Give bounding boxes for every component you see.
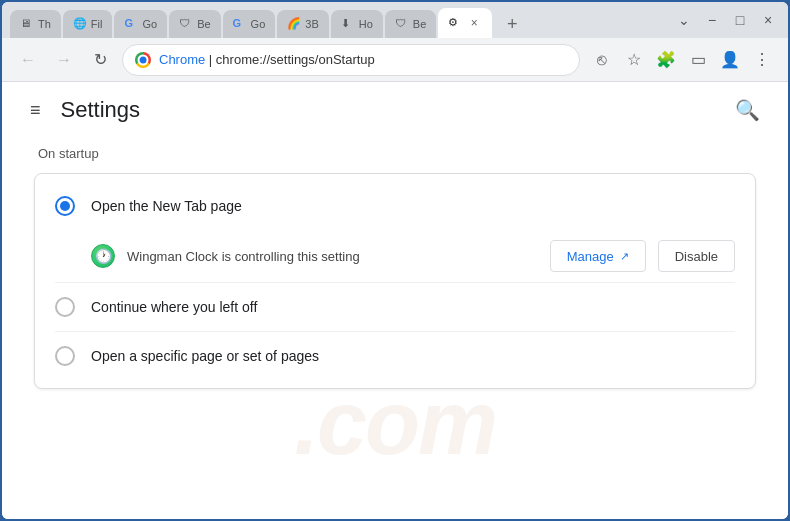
tab-6[interactable]: 🌈 3B <box>277 10 328 38</box>
tab-2[interactable]: 🌐 Fil <box>63 10 113 38</box>
tab-2-label: Fil <box>91 18 103 30</box>
maximize-button[interactable]: □ <box>728 8 752 32</box>
site-security-icon <box>135 52 151 68</box>
settings-tab-icon: ⚙ <box>448 16 462 30</box>
radio-new-tab[interactable] <box>55 196 75 216</box>
tab-3-label: Go <box>142 18 157 30</box>
options-card: Open the New Tab page Wingman Clock is c… <box>34 173 756 389</box>
close-button[interactable]: × <box>756 8 780 32</box>
radio-specific-page[interactable] <box>55 346 75 366</box>
settings-search-icon[interactable]: 🔍 <box>731 94 764 126</box>
tab-7[interactable]: ⬇ Ho <box>331 10 383 38</box>
settings-header: ≡ Settings 🔍 <box>2 82 788 138</box>
back-button[interactable]: ← <box>14 46 42 74</box>
tab-5[interactable]: G Go <box>223 10 276 38</box>
tab-1-label: Th <box>38 18 51 30</box>
share-icon[interactable]: ⎋ <box>588 46 616 74</box>
extension-notice-text: Wingman Clock is controlling this settin… <box>127 249 538 264</box>
tab-8[interactable]: 🛡 Be <box>385 10 436 38</box>
tab-4-icon: 🛡 <box>179 17 193 31</box>
split-view-icon[interactable]: ▭ <box>684 46 712 74</box>
extensions-icon[interactable]: 🧩 <box>652 46 680 74</box>
tab-5-icon: G <box>233 17 247 31</box>
radio-continue[interactable] <box>55 297 75 317</box>
tab-4-label: Be <box>197 18 210 30</box>
title-bar: 🖥 Th 🌐 Fil G Go 🛡 Be G Go 🌈 3B <box>2 2 788 38</box>
section-title: On startup <box>34 146 756 161</box>
tab-4[interactable]: 🛡 Be <box>169 10 220 38</box>
option-continue-row[interactable]: Continue where you left off <box>35 283 755 331</box>
disable-label: Disable <box>675 249 718 264</box>
new-tab-button[interactable]: + <box>498 10 526 38</box>
tab-6-label: 3B <box>305 18 318 30</box>
browser-window: 🖥 Th 🌐 Fil G Go 🛡 Be G Go 🌈 3B <box>0 0 790 521</box>
address-bar[interactable]: Chrome | chrome://settings/onStartup <box>122 44 580 76</box>
address-brand: Chrome | chrome://settings/onStartup <box>159 52 375 67</box>
extension-notice-row: Wingman Clock is controlling this settin… <box>35 230 755 282</box>
tab-8-icon: 🛡 <box>395 17 409 31</box>
wingman-clock-icon <box>91 244 115 268</box>
settings-content: On startup Open the New Tab page Wingman… <box>2 138 788 519</box>
option-specific-page-label: Open a specific page or set of pages <box>91 348 319 364</box>
tab-6-icon: 🌈 <box>287 17 301 31</box>
tab-1-icon: 🖥 <box>20 17 34 31</box>
tab-5-label: Go <box>251 18 266 30</box>
address-bar-row: ← → ↻ Chrome | chrome://settings/onStart… <box>2 38 788 82</box>
radio-new-tab-inner <box>60 201 70 211</box>
tab-7-label: Ho <box>359 18 373 30</box>
tab-7-icon: ⬇ <box>341 17 355 31</box>
option-specific-page-row[interactable]: Open a specific page or set of pages <box>35 332 755 380</box>
hamburger-menu-icon[interactable]: ≡ <box>26 96 45 125</box>
settings-title: Settings <box>61 97 141 123</box>
manage-button[interactable]: Manage ↗ <box>550 240 646 272</box>
bookmark-icon[interactable]: ☆ <box>620 46 648 74</box>
tab-close-button[interactable]: × <box>466 15 482 31</box>
forward-button[interactable]: → <box>50 46 78 74</box>
option-continue-label: Continue where you left off <box>91 299 257 315</box>
toolbar-icons: ⎋ ☆ 🧩 ▭ 👤 ⋮ <box>588 46 776 74</box>
manage-label: Manage <box>567 249 614 264</box>
tab-3[interactable]: G Go <box>114 10 167 38</box>
tab-3-icon: G <box>124 17 138 31</box>
window-controls: ⌄ − □ × <box>672 8 780 32</box>
tabs-area: 🖥 Th 🌐 Fil G Go 🛡 Be G Go 🌈 3B <box>10 2 668 38</box>
dropdown-button[interactable]: ⌄ <box>672 8 696 32</box>
reload-button[interactable]: ↻ <box>86 46 114 74</box>
tab-settings-active[interactable]: ⚙ × <box>438 8 492 38</box>
profile-icon[interactable]: 👤 <box>716 46 744 74</box>
option-new-tab-label: Open the New Tab page <box>91 198 242 214</box>
disable-button[interactable]: Disable <box>658 240 735 272</box>
settings-page: PC .com ≡ Settings 🔍 On startup Open the… <box>2 82 788 519</box>
minimize-button[interactable]: − <box>700 8 724 32</box>
tab-2-icon: 🌐 <box>73 17 87 31</box>
more-menu-icon[interactable]: ⋮ <box>748 46 776 74</box>
external-link-icon: ↗ <box>620 250 629 263</box>
tab-1[interactable]: 🖥 Th <box>10 10 61 38</box>
option-new-tab-row[interactable]: Open the New Tab page <box>35 182 755 230</box>
tab-8-label: Be <box>413 18 426 30</box>
